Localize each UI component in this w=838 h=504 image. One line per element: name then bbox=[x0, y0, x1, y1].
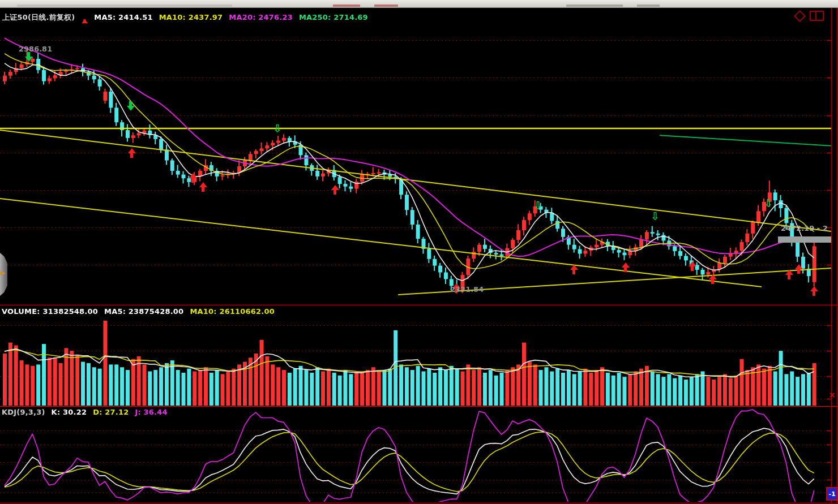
toolbar-crop-mark bbox=[17, 5, 232, 7]
volume-value: VOLUME: 31382548.00 bbox=[2, 307, 98, 316]
ma20-value: MA20: 2476.23 bbox=[229, 13, 293, 21]
top-toolbar[interactable] bbox=[0, 0, 838, 8]
range-highlight-box bbox=[778, 236, 831, 243]
close-icon[interactable]: × bbox=[829, 391, 836, 399]
kdj-d-value: D: 27.12 bbox=[93, 408, 129, 416]
ma5-value: MA5: 2414.51 bbox=[94, 13, 152, 21]
ma10-value: MA10: 2437.97 bbox=[159, 13, 223, 21]
main-chart-header: 上证50(日线.前复权) MA5: 2414.51 MA10: 2437.97 … bbox=[2, 11, 368, 23]
expand-arrow-icon: ▶ bbox=[1, 270, 5, 276]
window-split-icon[interactable] bbox=[810, 11, 824, 21]
instrument-title: 上证50(日线.前复权) bbox=[2, 12, 75, 23]
ma250-value: MA250: 2714.69 bbox=[299, 13, 368, 21]
kdj-j-value: J: 36.44 bbox=[135, 408, 167, 416]
volume-ma5-value: MA5: 23875428.00 bbox=[104, 307, 183, 316]
kdj-name: KDJ(9,3,3) bbox=[2, 408, 45, 416]
toolbar-crop-mark-red bbox=[333, 5, 360, 7]
toolbar-crop-mark bbox=[566, 5, 623, 7]
kdj-header: KDJ(9,3,3) K: 30.22 D: 27.12 J: 36.44 bbox=[2, 408, 168, 416]
volume-header: VOLUME: 31382548.00 MA5: 23875428.00 MA1… bbox=[2, 307, 275, 316]
range-annotation: 2472.19 - 2 bbox=[781, 224, 828, 232]
toolbar-crop-mark bbox=[637, 5, 660, 7]
toolbar-crop-mark-red bbox=[374, 5, 398, 7]
peak-price-annotation: 2986.81 bbox=[19, 45, 52, 53]
kdj-k-value: K: 30.22 bbox=[52, 408, 87, 416]
up-arrow-icon bbox=[82, 12, 88, 22]
page-badge[interactable]: -1 bbox=[826, 487, 838, 501]
trading-app-window: 上证50(日线.前复权) MA5: 2414.51 MA10: 2437.97 … bbox=[0, 0, 838, 504]
trough-price-annotation: 2331.84 bbox=[450, 285, 484, 294]
chart-canvas bbox=[0, 0, 838, 504]
volume-ma10-value: MA10: 26110662.00 bbox=[190, 307, 275, 316]
